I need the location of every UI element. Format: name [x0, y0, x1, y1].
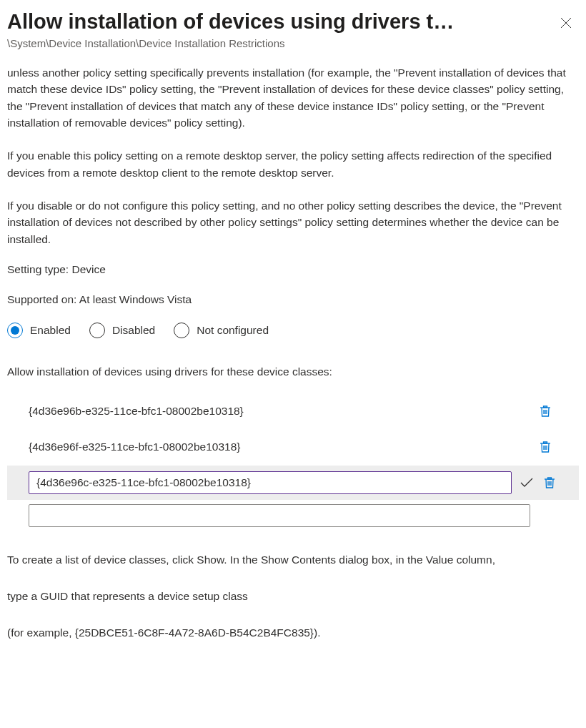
list-item-value[interactable]: {4d36e96f-e325-11ce-bfc1-08002be10318}	[29, 435, 530, 459]
policy-description: unless another policy setting specifical…	[7, 64, 579, 247]
radio-not-configured-label: Not configured	[197, 323, 269, 338]
close-icon	[560, 17, 572, 29]
breadcrumb: \System\Device Installation\Device Insta…	[7, 36, 579, 51]
footer-text-1: To create a list of device classes, clic…	[7, 551, 579, 568]
device-class-input[interactable]	[29, 471, 512, 494]
footer-text-2: type a GUID that represents a device set…	[7, 588, 579, 604]
setting-type-label: Setting type:	[7, 263, 71, 275]
list-item-editing	[7, 466, 579, 500]
trash-icon	[539, 441, 552, 453]
footer-text-3: (for example, {25DBCE51-6C8F-4A72-8A6D-B…	[7, 624, 579, 641]
list-item-value[interactable]: {4d36e96b-e325-11ce-bfc1-08002be10318}	[29, 399, 530, 423]
radio-disabled[interactable]: Disabled	[89, 323, 155, 338]
radio-disabled-label: Disabled	[112, 323, 155, 338]
close-button[interactable]	[556, 13, 576, 33]
delete-button[interactable]	[537, 403, 553, 419]
supported-on-value: At least Windows Vista	[79, 293, 192, 305]
supported-on-label: Supported on:	[7, 293, 79, 305]
list-item-new	[7, 500, 579, 531]
state-radio-group: Enabled Disabled Not configured	[7, 323, 579, 338]
checkmark-icon	[520, 476, 533, 489]
device-class-new-input[interactable]	[29, 504, 530, 527]
list-item: {4d36e96f-e325-11ce-bfc1-08002be10318}	[7, 429, 579, 465]
radio-circle-icon	[89, 323, 105, 338]
delete-button[interactable]	[542, 475, 557, 491]
trash-icon	[539, 405, 552, 418]
radio-not-configured[interactable]: Not configured	[174, 323, 269, 338]
setting-type-value: Device	[71, 263, 105, 275]
device-class-list-label: Allow installation of devices using driv…	[7, 364, 579, 380]
radio-circle-icon	[174, 323, 189, 338]
page-title: Allow installation of devices using driv…	[7, 9, 547, 34]
supported-on: Supported on: At least Windows Vista	[7, 292, 579, 308]
setting-type: Setting type: Device	[7, 262, 579, 277]
list-item: {4d36e96b-e325-11ce-bfc1-08002be10318}	[7, 393, 579, 429]
radio-enabled[interactable]: Enabled	[7, 323, 71, 338]
radio-circle-icon	[7, 323, 23, 338]
trash-icon	[543, 476, 556, 489]
radio-dot-icon	[11, 326, 19, 335]
delete-button[interactable]	[537, 439, 553, 455]
radio-enabled-label: Enabled	[30, 323, 71, 338]
confirm-button[interactable]	[519, 475, 535, 491]
